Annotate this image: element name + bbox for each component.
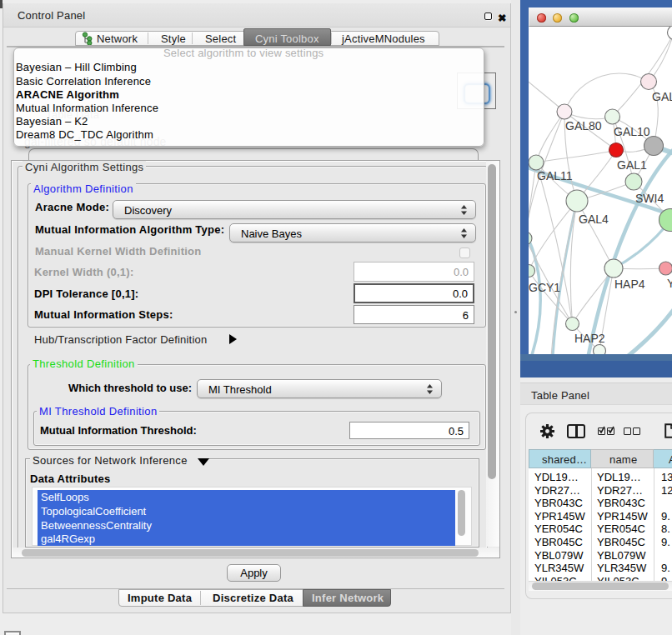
- svg-text:HAP2: HAP2: [574, 332, 605, 345]
- svg-text:GAL: GAL: [652, 90, 672, 103]
- svg-text:GAL4: GAL4: [579, 212, 609, 226]
- svg-text:GAL10: GAL10: [614, 125, 650, 138]
- svg-text:SWI4: SWI4: [635, 192, 664, 205]
- svg-text:GAL80: GAL80: [565, 119, 602, 132]
- svg-text:HAP4: HAP4: [614, 278, 645, 291]
- svg-text:GAL1: GAL1: [617, 158, 647, 172]
- svg-text:Y: Y: [667, 277, 672, 290]
- svg-text:GCY1: GCY1: [529, 281, 560, 294]
- svg-text:GAL11: GAL11: [537, 169, 573, 182]
